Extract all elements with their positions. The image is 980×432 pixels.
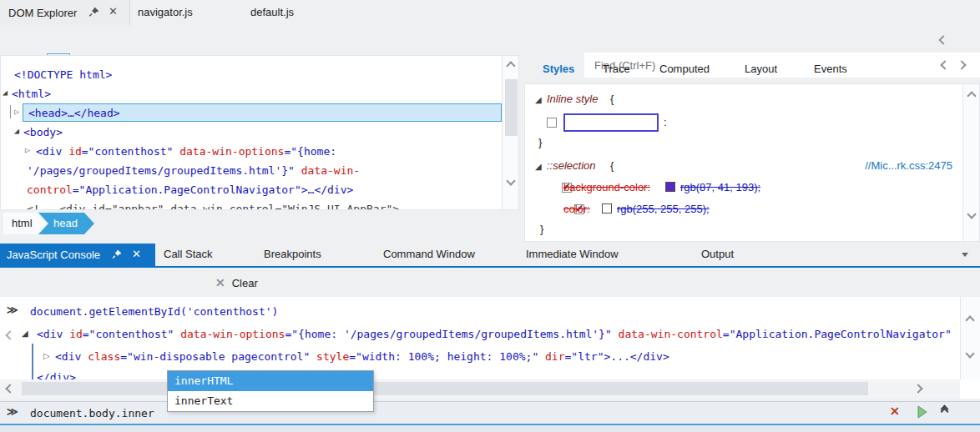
- dom-tree-panel: <!DOCTYPE html> ◢ <html> ▷ <head>…</head…: [0, 55, 519, 210]
- autocomplete-item-innerhtml[interactable]: innerHTML: [168, 371, 373, 391]
- expanded-triangle-icon[interactable]: ◢: [3, 88, 8, 97]
- property-value: rgb(87, 41, 193);: [680, 181, 760, 193]
- tree-line-body[interactable]: <body>: [23, 125, 63, 142]
- console-input[interactable]: [30, 404, 865, 422]
- tab-immediate-window[interactable]: Immediate Window: [526, 248, 619, 260]
- tab-breakpoints[interactable]: Breakpoints: [264, 248, 321, 260]
- window-bottom-border: [0, 424, 980, 432]
- document-tab-bar: DOM Explorer ✕ navigator.js default.js: [0, 0, 980, 25]
- breadcrumb-head-label: head: [53, 217, 78, 229]
- console-result-root[interactable]: <div id="contenthost" data-win-options="…: [37, 328, 957, 340]
- pin-icon[interactable]: [88, 7, 99, 20]
- tree-line-doctype[interactable]: <!DOCTYPE html>: [14, 68, 112, 84]
- console-input-row: ≫ ✕: [0, 401, 980, 424]
- scroll-right-icon[interactable]: [913, 384, 922, 393]
- tab-output[interactable]: Output: [701, 248, 734, 260]
- close-brace: }: [538, 136, 542, 148]
- collapsed-triangle-icon[interactable]: ▷: [25, 146, 30, 154]
- tab-navigator-js[interactable]: navigator.js: [138, 6, 193, 18]
- tree-line-head[interactable]: <head>…</head>: [28, 106, 120, 123]
- tab-default-js[interactable]: default.js: [250, 6, 294, 18]
- scroll-down-icon[interactable]: [967, 209, 976, 219]
- new-property-name-input[interactable]: [563, 113, 659, 132]
- scrollbar-thumb[interactable]: [505, 79, 518, 136]
- tab-call-stack[interactable]: Call Stack: [164, 248, 213, 260]
- scroll-up-icon[interactable]: [965, 315, 974, 324]
- dom-tree-scrollbar[interactable]: [502, 56, 519, 210]
- console-output: ≫ document.getElementById('contenthost')…: [0, 297, 980, 399]
- tab-dom-explorer[interactable]: DOM Explorer ✕: [0, 0, 130, 25]
- tree-line-html[interactable]: <html>: [12, 87, 51, 103]
- property-value: rgb(255, 255, 255);: [617, 203, 710, 215]
- console-vscrollbar[interactable]: [960, 297, 980, 379]
- indent-guide: [10, 105, 11, 118]
- styles-content: ◢ Inline style { : } ◢ ::selection { //M…: [524, 83, 980, 242]
- tab-javascript-console-label: JavaScript Console: [7, 249, 100, 261]
- scroll-up-icon[interactable]: [967, 91, 976, 100]
- console-tab-bar: JavaScript Console ✕ Call Stack Breakpoi…: [0, 244, 980, 266]
- console-input-prompt-icon: ≫: [7, 405, 18, 418]
- tab-javascript-console[interactable]: JavaScript Console ✕: [0, 244, 155, 266]
- color-swatch: [665, 182, 675, 192]
- collapsed-triangle-icon[interactable]: ▷: [43, 352, 50, 360]
- console-toolbar: 0 0 0 ✕ Clear: [0, 266, 980, 297]
- tab-layout[interactable]: Layout: [745, 63, 777, 75]
- scroll-down-icon[interactable]: [506, 176, 515, 185]
- new-property-checkbox[interactable]: [547, 118, 557, 128]
- autocomplete-popup: innerHTML innerText: [167, 370, 374, 412]
- tree-line-appbar-comment[interactable]: <!-- <div id="appbar" data-win-control="…: [27, 202, 399, 210]
- property-name: color:: [563, 203, 590, 215]
- console-command-line[interactable]: document.getElementById('contenthost'): [30, 305, 948, 318]
- expanded-triangle-icon[interactable]: ◢: [535, 163, 542, 171]
- clear-button[interactable]: ✕ Clear: [215, 272, 258, 294]
- autocomplete-item-innertext[interactable]: innerText: [168, 391, 373, 411]
- expand-input-icon[interactable]: [942, 406, 947, 414]
- dom-explorer-toolbar: [0, 25, 980, 55]
- breadcrumb: html head: [0, 210, 519, 237]
- close-brace: }: [540, 223, 543, 235]
- color-swatch: [602, 203, 612, 213]
- console-result-child[interactable]: <div class="win-disposable pagecontrol" …: [55, 350, 957, 363]
- tab-styles[interactable]: Styles: [543, 63, 574, 75]
- run-icon[interactable]: [917, 405, 928, 421]
- breadcrumb-item-html[interactable]: html: [3, 213, 48, 234]
- stylesheet-source-link[interactable]: //Mic...rk.css:2475: [865, 159, 952, 172]
- expanded-triangle-icon[interactable]: ◢: [14, 127, 19, 135]
- selection-rule-header: ::selection: [547, 159, 596, 172]
- console-prompt-icon: ≫: [7, 304, 18, 316]
- expanded-triangle-icon[interactable]: ◢: [535, 96, 542, 104]
- console-hscrollbar[interactable]: [0, 379, 960, 399]
- tab-computed[interactable]: Computed: [659, 63, 710, 75]
- tree-line-contenthost-wrap1[interactable]: '/pages/groupedItems/groupedItems.html'}…: [27, 163, 360, 180]
- styles-tab-bar: Styles Trace Computed Layout Events: [524, 55, 980, 83]
- clear-label: Clear: [232, 277, 258, 289]
- property-name: background-color:: [563, 181, 650, 193]
- close-icon[interactable]: ✕: [132, 248, 141, 260]
- tab-list-dropdown-icon[interactable]: [962, 253, 968, 257]
- open-brace: {: [610, 159, 614, 172]
- close-icon[interactable]: ✕: [109, 5, 118, 18]
- scroll-down-icon[interactable]: [965, 349, 974, 358]
- collapsed-triangle-icon[interactable]: ▷: [14, 108, 19, 116]
- open-brace: {: [610, 93, 614, 105]
- tree-line-contenthost[interactable]: <div id="contenthost" data-win-options="…: [36, 144, 336, 161]
- pin-icon[interactable]: [112, 249, 122, 262]
- tab-command-window[interactable]: Command Window: [383, 248, 475, 260]
- vs-debugger-window: DOM Explorer ✕ navigator.js default.js <…: [0, 0, 980, 432]
- property-colon: :: [664, 116, 667, 128]
- inline-style-header: Inline style: [547, 93, 598, 105]
- tab-trace[interactable]: Trace: [603, 63, 630, 75]
- tab-dom-explorer-label: DOM Explorer: [8, 7, 77, 19]
- scroll-left-icon[interactable]: [5, 384, 14, 393]
- tab-events[interactable]: Events: [814, 63, 847, 75]
- clear-icon: ✕: [215, 276, 225, 289]
- scroll-up-icon[interactable]: [506, 61, 515, 70]
- tree-line-contenthost-wrap2[interactable]: control="Application.PageControlNavigato…: [27, 183, 353, 199]
- scrollbar-thumb[interactable]: [22, 382, 868, 395]
- expanded-triangle-icon[interactable]: ◢: [22, 329, 28, 338]
- return-value-icon: [5, 330, 14, 339]
- find-prev-icon[interactable]: [938, 35, 947, 44]
- cancel-icon[interactable]: ✕: [890, 404, 900, 418]
- breadcrumb-html-label: html: [12, 217, 33, 229]
- styles-scrollbar[interactable]: [962, 84, 980, 242]
